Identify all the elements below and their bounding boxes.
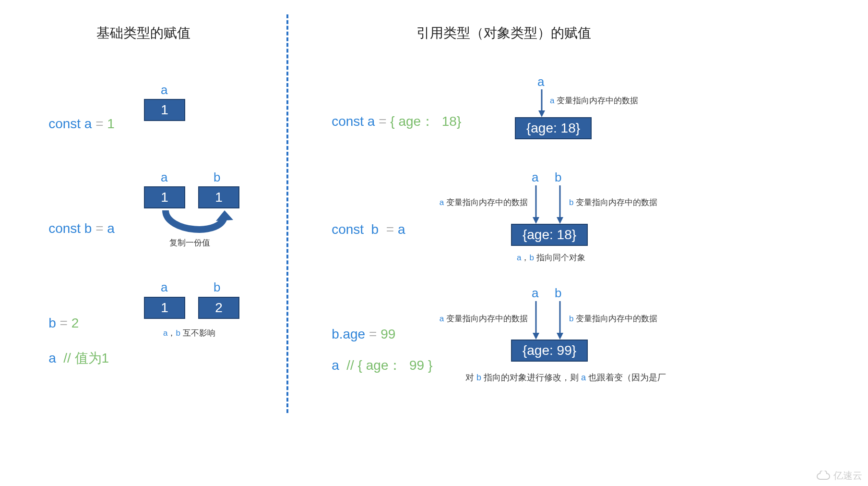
right-row2-note: a，b 指向同个对象	[517, 252, 585, 263]
obj-lit: { age： 18}	[390, 114, 461, 129]
f-b: b	[476, 373, 481, 382]
f2: 指向的对象进行修改，则	[481, 373, 581, 382]
svg-marker-2	[538, 110, 545, 117]
var-b: b	[84, 221, 92, 236]
svg-marker-6	[557, 217, 563, 224]
var-a: a	[48, 351, 56, 365]
note-suffix: 指向同个对象	[534, 253, 585, 262]
right-row3-arrow-b: b 变量指向内存中的数据	[569, 313, 657, 324]
var-a: a	[84, 116, 92, 131]
comment-obj: { age： 99 }	[358, 358, 433, 373]
arrow-down-b-icon	[556, 301, 564, 340]
right-row1-box: {age: 18}	[515, 117, 592, 139]
right-row2-label-a: a	[532, 170, 538, 185]
note-sep: ，	[167, 328, 176, 338]
right-row2-arrow-b: b 变量指向内存中的数据	[569, 197, 657, 208]
left-panel: 基础类型的赋值 const a = 1 a 1 const b = a a b …	[0, 0, 286, 486]
left-row2-box-b: 1	[198, 186, 239, 208]
eq-op: =	[365, 327, 380, 341]
right-row1-code: const a = { age： 18}	[317, 97, 461, 146]
svg-marker-4	[533, 217, 539, 224]
eq-op: =	[56, 316, 71, 330]
left-row1-code: const a = 1	[34, 101, 115, 147]
f3: 也跟着变（因为是厂	[586, 373, 666, 382]
eq-op: =	[92, 221, 107, 236]
left-row1-box-a: 1	[144, 99, 185, 121]
note-b: b	[529, 253, 534, 262]
left-row3-label-a: a	[161, 280, 167, 295]
left-row2-label-b: b	[214, 170, 220, 185]
arrow-a-text: 变量指向内存中的数据	[444, 198, 528, 207]
arrow-b-text: 变量指向内存中的数据	[573, 314, 657, 323]
left-row3-code2: a // 值为1	[34, 334, 109, 383]
watermark-text: 亿速云	[833, 469, 862, 482]
right-row2-code: const b = a	[317, 207, 405, 253]
left-row3-box-a: 1	[144, 297, 185, 319]
comment-slash: //	[56, 351, 75, 365]
const-kw: const	[332, 222, 371, 237]
cloud-icon	[816, 471, 831, 481]
left-row3-label-b: b	[214, 280, 220, 295]
right-row2-label-b: b	[555, 170, 561, 185]
right-row1-label-a: a	[537, 74, 544, 89]
const-kw: const	[332, 114, 368, 129]
left-row3-box-b: 2	[198, 297, 239, 319]
a-prefix: a	[440, 198, 444, 207]
arrow-text: 变量指向内存中的数据	[554, 96, 638, 105]
comment-slash: //	[339, 358, 358, 373]
right-panel: 引用类型（对象类型）的赋值 const a = { age： 18} a a 变…	[288, 0, 868, 486]
eq-op: =	[375, 114, 390, 129]
lit-1: 1	[107, 116, 115, 131]
eq-op: =	[379, 222, 398, 237]
right-row3-box: {age: 99}	[511, 340, 588, 362]
right-row3-arrow-a: a 变量指向内存中的数据	[432, 313, 528, 324]
left-title: 基础类型的赋值	[0, 24, 286, 42]
arrow-down-icon	[537, 89, 546, 117]
f1: 对	[465, 373, 476, 382]
var-b: b	[48, 316, 56, 330]
var-a: a	[332, 358, 339, 373]
a-prefix: a	[440, 314, 444, 323]
var-b: b	[371, 222, 379, 237]
arrow-a-text: 变量指向内存中的数据	[444, 314, 528, 323]
arrow-down-b-icon	[556, 185, 564, 224]
left-row2-note: 复制一份值	[169, 237, 210, 248]
arrow-b-text: 变量指向内存中的数据	[573, 198, 657, 207]
var-a: a	[368, 114, 375, 129]
right-row3-code2: a // { age： 99 }	[317, 341, 432, 390]
right-row2-arrow-a: a 变量指向内存中的数据	[432, 197, 528, 208]
rhs-a: a	[107, 221, 115, 236]
eq-op: =	[92, 116, 107, 131]
svg-marker-10	[557, 333, 563, 340]
arrow-down-a-icon	[532, 185, 540, 224]
svg-marker-8	[533, 333, 539, 340]
note-suffix: 互不影响	[180, 328, 215, 338]
const-kw: const	[48, 116, 84, 131]
right-row1-arrow-text: a 变量指向内存中的数据	[550, 95, 638, 106]
note-sep: ，	[521, 253, 529, 262]
right-row2-box: {age: 18}	[511, 224, 588, 246]
comment-msg: 值为1	[75, 351, 109, 365]
lit-99: 99	[380, 327, 395, 341]
arrow-down-a-icon	[532, 301, 540, 340]
note-b: b	[176, 328, 180, 338]
svg-marker-0	[216, 210, 233, 221]
left-row2-box-a: 1	[144, 186, 185, 208]
lit-2: 2	[71, 316, 79, 330]
right-row3-footer: 对 b 指向的对象进行修改，则 a 也跟着变（因为是厂	[465, 372, 666, 383]
const-kw: const	[48, 221, 84, 236]
right-row3-label-b: b	[555, 286, 561, 301]
left-row3-note: a，b 互不影响	[163, 328, 215, 339]
rhs-a: a	[398, 222, 405, 237]
left-row2-code: const b = a	[34, 206, 115, 252]
left-row2-label-a: a	[161, 170, 167, 185]
right-title: 引用类型（对象类型）的赋值	[288, 24, 720, 42]
f-a: a	[581, 373, 586, 382]
left-row1-label-a: a	[161, 83, 167, 97]
watermark: 亿速云	[816, 469, 862, 482]
right-row3-label-a: a	[532, 286, 538, 301]
b-age: b.age	[332, 327, 365, 341]
